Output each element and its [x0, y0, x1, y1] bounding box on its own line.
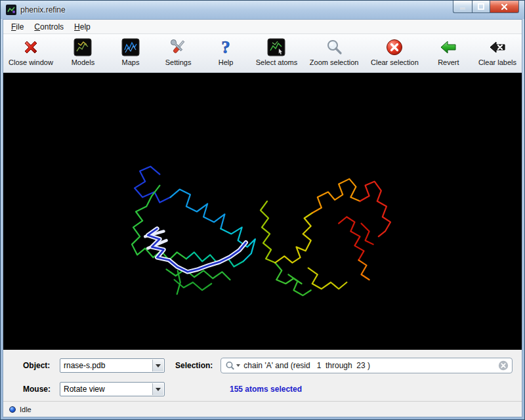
selection-input[interactable] [243, 361, 498, 370]
models-icon [74, 37, 92, 57]
maps-icon [121, 37, 140, 57]
object-dropdown[interactable]: rnase-s.pdb [60, 358, 165, 373]
clear-input-icon[interactable] [498, 360, 509, 371]
menu-bar: File Controls Help [3, 20, 522, 34]
menu-help[interactable]: Help [69, 20, 96, 33]
selection-search-box [220, 358, 513, 373]
search-icon [225, 361, 235, 371]
object-dropdown-value: rnase-s.pdb [64, 361, 105, 370]
tool-label: Close window [9, 58, 53, 66]
mouse-mode-row: Mouse: Rotate view 155 atoms selected [23, 381, 513, 397]
close-window-tool[interactable]: Close window [9, 37, 53, 66]
svg-text:?: ? [221, 38, 230, 56]
models-tool[interactable]: Models [65, 37, 100, 66]
window-title: phenix.refine [20, 5, 66, 14]
clear-labels-icon [488, 37, 507, 57]
select-atoms-icon [267, 37, 285, 57]
object-label: Object: [23, 361, 60, 370]
atoms-selected-count: 155 atoms selected [230, 385, 302, 394]
tool-label: Maps [122, 58, 140, 66]
toolbar: Close window Models [3, 34, 522, 73]
mouse-mode-dropdown[interactable]: Rotate view [60, 382, 165, 396]
zoom-selection-icon [325, 37, 343, 57]
revert-tool[interactable]: Revert [430, 37, 466, 66]
status-bar: Idle [3, 401, 522, 417]
mouse-mode-value: Rotate view [64, 385, 105, 394]
help-tool[interactable]: ? Help [208, 37, 243, 66]
status-text: Idle [20, 406, 32, 413]
tool-label: Zoom selection [310, 58, 359, 66]
menu-controls[interactable]: Controls [29, 20, 69, 33]
select-atoms-tool[interactable]: Select atoms [256, 37, 298, 66]
clear-selection-tool[interactable]: Clear selection [371, 37, 419, 66]
chevron-down-icon [152, 383, 163, 395]
search-dropdown-caret-icon[interactable] [236, 364, 240, 367]
molecule-trace [3, 73, 522, 350]
client-area: File Controls Help Close window [3, 19, 522, 417]
maximize-button[interactable] [472, 1, 490, 13]
tool-label: Select atoms [256, 58, 298, 66]
status-led-icon [9, 406, 16, 413]
control-panel: Object: rnase-s.pdb Selection: [3, 350, 522, 401]
tool-label: Help [219, 58, 234, 66]
tool-label: Clear labels [478, 58, 516, 66]
zoom-selection-tool[interactable]: Zoom selection [310, 37, 359, 66]
selection-label: Selection: [175, 361, 213, 370]
viewport-3d[interactable] [3, 73, 522, 350]
help-icon: ? [217, 37, 235, 57]
revert-icon [439, 37, 457, 57]
close-window-icon [22, 37, 40, 57]
mouse-label: Mouse: [23, 385, 60, 394]
tool-label: Revert [438, 58, 459, 66]
maps-tool[interactable]: Maps [113, 37, 148, 66]
title-bar: phenix.refine [1, 1, 524, 19]
tool-label: Clear selection [371, 58, 419, 66]
app-window: phenix.refine File Controls Help [0, 0, 525, 420]
tool-label: Settings [165, 58, 192, 66]
clear-selection-icon [385, 37, 404, 57]
menu-file[interactable]: File [6, 20, 29, 33]
clear-labels-tool[interactable]: Clear labels [478, 37, 516, 66]
chevron-down-icon [152, 360, 163, 371]
app-icon [6, 5, 16, 15]
window-controls [453, 1, 519, 13]
minimize-button[interactable] [453, 1, 472, 13]
object-selection-row: Object: rnase-s.pdb Selection: [23, 358, 513, 373]
settings-icon [169, 37, 188, 57]
settings-tool[interactable]: Settings [161, 37, 196, 66]
close-button[interactable] [490, 1, 519, 13]
tool-label: Models [72, 58, 94, 66]
